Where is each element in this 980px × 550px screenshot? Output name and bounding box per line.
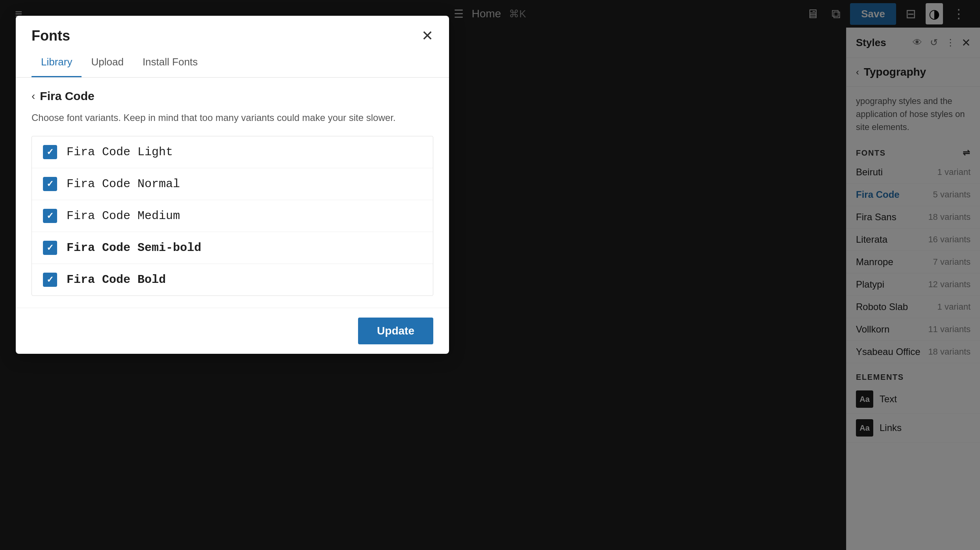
modal-tab-install-fonts[interactable]: Install Fonts (133, 48, 207, 77)
variant-checkbox[interactable]: ✓ (43, 273, 57, 287)
modal-overlay: Fonts ✕ LibraryUploadInstall Fonts ‹ Fir… (0, 0, 980, 550)
modal-close-button[interactable]: ✕ (421, 29, 433, 43)
variant-checkbox[interactable]: ✓ (43, 241, 57, 255)
variant-item[interactable]: ✓ Fira Code Normal (32, 168, 433, 200)
variant-label: Fira Code Medium (67, 209, 180, 223)
variant-checkbox[interactable]: ✓ (43, 209, 57, 223)
check-icon: ✓ (46, 179, 54, 189)
font-detail-back-button[interactable]: ‹ (32, 90, 35, 102)
modal-body: ‹ Fira Code Choose font variants. Keep i… (16, 78, 449, 308)
variant-item[interactable]: ✓ Fira Code Semi-bold (32, 232, 433, 264)
check-icon: ✓ (46, 211, 54, 221)
font-detail-description: Choose font variants. Keep in mind that … (32, 111, 433, 125)
update-button[interactable]: Update (358, 318, 433, 344)
variant-list: ✓ Fira Code Light ✓ Fira Code Normal ✓ F… (32, 136, 433, 296)
variant-checkbox[interactable]: ✓ (43, 177, 57, 191)
font-detail-name: Fira Code (40, 89, 94, 103)
modal-title: Fonts (32, 28, 70, 44)
modal-header: Fonts ✕ (16, 16, 449, 44)
variant-item[interactable]: ✓ Fira Code Medium (32, 200, 433, 232)
modal-tab-upload[interactable]: Upload (82, 48, 133, 77)
check-icon: ✓ (46, 243, 54, 253)
modal-tabs: LibraryUploadInstall Fonts (16, 48, 449, 78)
modal-tab-library[interactable]: Library (32, 48, 82, 77)
variant-item[interactable]: ✓ Fira Code Light (32, 136, 433, 168)
variant-label: Fira Code Bold (67, 273, 166, 286)
modal-footer: Update (16, 308, 449, 354)
fonts-modal: Fonts ✕ LibraryUploadInstall Fonts ‹ Fir… (16, 16, 449, 354)
variant-label: Fira Code Normal (67, 177, 180, 191)
check-icon: ✓ (46, 275, 54, 285)
font-detail-back: ‹ Fira Code (32, 89, 433, 103)
variant-item[interactable]: ✓ Fira Code Bold (32, 264, 433, 295)
check-icon: ✓ (46, 147, 54, 157)
variant-label: Fira Code Light (67, 145, 173, 159)
variant-label: Fira Code Semi-bold (67, 241, 201, 255)
variant-checkbox[interactable]: ✓ (43, 145, 57, 159)
